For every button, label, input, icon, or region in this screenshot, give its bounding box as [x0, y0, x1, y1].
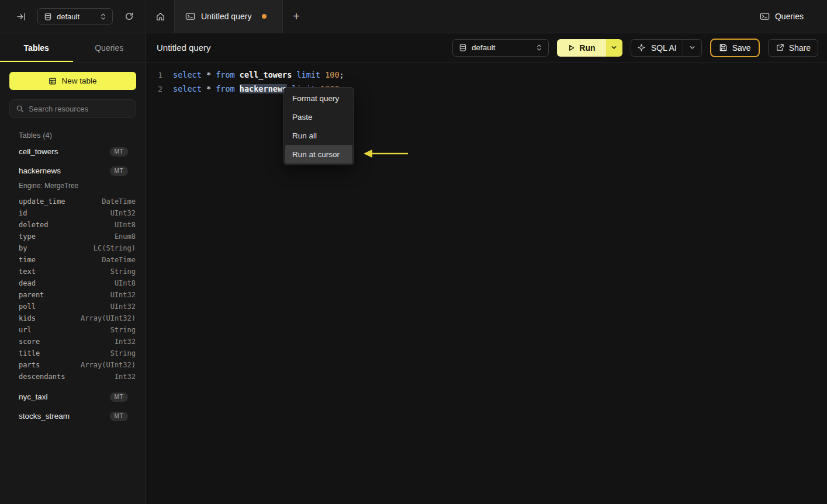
tables-list: cell_towersMThackernewsMTEngine: MergeTr…: [0, 142, 146, 426]
table-columns: update_timeDateTimeidUInt32deletedUInt8t…: [0, 193, 146, 387]
column-type: String: [110, 349, 136, 357]
column-type: Array(UInt32): [81, 314, 136, 322]
run-label: Run: [579, 43, 595, 53]
sql-ai-button[interactable]: SQL AI: [631, 39, 702, 57]
refresh-icon[interactable]: [121, 8, 137, 25]
column-type: UInt32: [110, 209, 136, 217]
column-name: text: [19, 267, 36, 276]
column-type: String: [110, 267, 136, 276]
column-row: descendantsInt32: [0, 371, 146, 383]
table-row[interactable]: nyc_taxiMT: [0, 387, 146, 406]
column-type: UInt8: [115, 279, 136, 287]
play-icon: [568, 44, 575, 52]
column-row: deletedUInt8: [0, 219, 146, 231]
context-menu-item[interactable]: Run all: [285, 126, 352, 145]
run-button[interactable]: Run: [557, 39, 606, 57]
topbar-database-select[interactable]: default: [37, 8, 113, 25]
column-type: DateTime: [102, 197, 136, 206]
chevron-updown-icon: [100, 12, 106, 21]
new-tab-button[interactable]: +: [283, 0, 310, 33]
code-token: select: [173, 84, 202, 93]
ai-sparkle-icon: [637, 43, 646, 52]
column-name: id: [19, 209, 27, 217]
query-tab-icon: [185, 12, 195, 21]
code-token: ;: [340, 70, 344, 79]
column-type: LC(String): [94, 244, 136, 252]
column-type: DateTime: [102, 256, 136, 264]
tab-strip: Untitled query +: [146, 0, 310, 33]
code-text: select * from cell_towers limit 100;: [173, 70, 344, 79]
new-table-button[interactable]: New table: [9, 72, 136, 90]
column-name: kids: [19, 314, 36, 322]
new-table-label: New table: [61, 77, 96, 85]
column-name: dead: [19, 279, 36, 287]
code-token: *: [206, 70, 211, 79]
tab-untitled-query[interactable]: Untitled query: [174, 0, 283, 33]
context-menu-item[interactable]: Format query: [285, 89, 352, 107]
collapse-sidebar-icon[interactable]: [13, 8, 29, 25]
topbar-database-value: default: [57, 12, 95, 21]
chevron-updown-icon: [536, 43, 542, 52]
code-token: [211, 70, 216, 79]
column-name: descendants: [19, 373, 65, 381]
code-token: [202, 84, 206, 93]
save-button[interactable]: Save: [710, 39, 760, 57]
column-name: time: [19, 256, 36, 264]
table-row[interactable]: cell_towersMT: [0, 142, 146, 161]
engine-badge: MT: [110, 166, 128, 176]
editor-lines: 1select * from cell_towers limit 100;2se…: [146, 68, 827, 96]
code-token: select: [173, 70, 202, 79]
sidebar-tab-queries[interactable]: Queries: [73, 33, 146, 62]
table-name: hackernews: [19, 166, 61, 175]
code-token: *: [206, 84, 211, 93]
code-token: 100: [325, 70, 339, 79]
column-row: parentUInt32: [0, 289, 146, 301]
code-token: from: [216, 84, 235, 93]
table-row[interactable]: hackernewsMT: [0, 161, 146, 180]
column-row: typeEnum8: [0, 231, 146, 242]
column-row: byLC(String): [0, 242, 146, 254]
context-menu: Format queryPasteRun allRun at cursor: [283, 87, 354, 165]
search-input[interactable]: [29, 105, 132, 113]
column-row: pollUInt32: [0, 301, 146, 312]
sql-editor[interactable]: 1select * from cell_towers limit 100;2se…: [146, 62, 827, 96]
chevron-down-icon[interactable]: [689, 44, 695, 51]
table-name: stocks_stream: [19, 412, 70, 420]
context-menu-item[interactable]: Paste: [285, 107, 352, 126]
topbar-right: Queries: [755, 0, 827, 33]
table-row[interactable]: stocks_streamMT: [0, 406, 146, 426]
annotation-arrow: [362, 147, 410, 161]
code-token: [202, 70, 206, 79]
column-type: UInt32: [110, 291, 136, 299]
line-number: 2: [157, 85, 162, 93]
column-type: UInt32: [110, 303, 136, 311]
table-engine: Engine: MergeTree: [0, 180, 146, 193]
table-name: cell_towers: [19, 147, 58, 156]
column-row: idUInt32: [0, 207, 146, 219]
queries-icon: [760, 12, 770, 21]
unsaved-dot: [262, 14, 267, 19]
page-title: Untitled query: [157, 43, 211, 53]
database-icon: [44, 12, 52, 21]
table-grid-icon: [49, 77, 57, 85]
share-button[interactable]: Share: [768, 39, 818, 57]
code-token: [320, 70, 325, 79]
column-name: update_time: [19, 197, 65, 206]
context-menu-item[interactable]: Run at cursor: [285, 145, 352, 164]
engine-badge: MT: [110, 412, 128, 421]
code-token: [235, 70, 240, 79]
sidebar-tab-tables[interactable]: Tables: [0, 33, 73, 62]
query-database-select[interactable]: default: [452, 39, 549, 57]
code-token: hackernews: [240, 84, 287, 93]
code-token: cell_towers: [240, 70, 292, 79]
column-row: titleString: [0, 347, 146, 359]
code-line: 2select * from hackernews limit 1000: [146, 82, 827, 96]
column-row: timeDateTime: [0, 254, 146, 266]
run-dropdown-button[interactable]: [606, 39, 622, 57]
queries-button[interactable]: Queries: [755, 7, 808, 26]
save-label: Save: [732, 43, 751, 53]
query-tab-title: Untitled query: [201, 12, 251, 21]
column-type: Array(UInt32): [81, 361, 136, 369]
home-tab[interactable]: [146, 0, 174, 33]
column-row: partsArray(UInt32): [0, 359, 146, 371]
